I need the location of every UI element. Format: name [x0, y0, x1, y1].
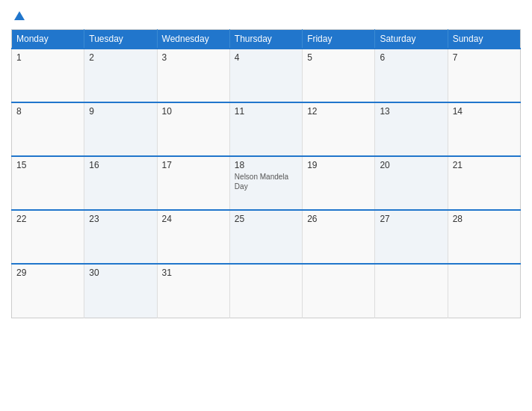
weekday-header-thursday: Thursday [229, 30, 302, 49]
day-number: 16 [89, 160, 152, 170]
calendar-cell: 8 [12, 102, 84, 156]
calendar-cell: 4 [229, 49, 302, 102]
calendar-cell: 7 [448, 49, 520, 102]
day-number: 25 [235, 214, 297, 224]
calendar-cell [303, 264, 375, 318]
holiday-label: Nelson Mandela Day [235, 172, 297, 191]
calendar-week-2: 891011121314 [12, 102, 521, 156]
calendar-cell: 9 [84, 102, 157, 156]
day-number: 19 [307, 160, 370, 170]
day-number: 4 [235, 52, 297, 63]
weekday-header-row: MondayTuesdayWednesdayThursdayFridaySatu… [12, 30, 521, 49]
calendar-cell: 3 [157, 49, 229, 102]
calendar-cell: 22 [12, 210, 84, 264]
day-number: 6 [380, 52, 442, 63]
calendar-cell: 20 [375, 156, 448, 210]
calendar-header [11, 11, 521, 22]
weekday-header-wednesday: Wednesday [157, 30, 229, 49]
day-number: 12 [307, 106, 370, 117]
calendar-cell: 21 [448, 156, 520, 210]
day-number: 17 [162, 160, 225, 170]
day-number: 15 [16, 160, 79, 170]
calendar-cell: 6 [375, 49, 448, 102]
day-number: 21 [453, 160, 516, 170]
calendar-cell: 31 [157, 264, 229, 318]
day-number: 29 [16, 268, 79, 278]
calendar-cell: 29 [12, 264, 84, 318]
day-number: 10 [162, 106, 225, 117]
calendar-cell: 17 [157, 156, 229, 210]
day-number: 9 [89, 106, 152, 117]
calendar-cell: 5 [303, 49, 375, 102]
day-number: 14 [453, 106, 516, 117]
calendar-cell: 15 [12, 156, 84, 210]
calendar-cell: 28 [448, 210, 520, 264]
calendar-week-5: 293031 [12, 264, 521, 318]
calendar-cell [229, 264, 302, 318]
day-number: 20 [380, 160, 442, 170]
calendar-cell: 2 [84, 49, 157, 102]
day-number: 31 [162, 268, 225, 278]
calendar-week-4: 22232425262728 [12, 210, 521, 264]
weekday-header-saturday: Saturday [375, 30, 448, 49]
day-number: 22 [16, 214, 79, 224]
day-number: 13 [380, 106, 442, 117]
day-number: 11 [235, 106, 297, 117]
calendar-cell: 13 [375, 102, 448, 156]
calendar-cell: 25 [229, 210, 302, 264]
day-number: 18 [235, 160, 297, 170]
day-number: 30 [89, 268, 152, 278]
calendar-cell: 1 [12, 49, 84, 102]
calendar-cell: 18Nelson Mandela Day [229, 156, 302, 210]
day-number: 2 [89, 52, 152, 63]
calendar-cell: 27 [375, 210, 448, 264]
calendar-cell: 10 [157, 102, 229, 156]
calendar-cell: 16 [84, 156, 157, 210]
calendar-cell: 11 [229, 102, 302, 156]
day-number: 5 [307, 52, 370, 63]
calendar-table: MondayTuesdayWednesdayThursdayFridaySatu… [11, 29, 521, 318]
day-number: 28 [453, 214, 516, 224]
day-number: 23 [89, 214, 152, 224]
calendar-cell: 23 [84, 210, 157, 264]
weekday-header-friday: Friday [303, 30, 375, 49]
calendar-cell [448, 264, 520, 318]
calendar-cell: 14 [448, 102, 520, 156]
calendar-cell: 26 [303, 210, 375, 264]
calendar-page: MondayTuesdayWednesdayThursdayFridaySatu… [0, 0, 532, 411]
weekday-header-sunday: Sunday [448, 30, 520, 49]
calendar-cell: 24 [157, 210, 229, 264]
day-number: 3 [162, 52, 225, 63]
day-number: 1 [16, 52, 79, 63]
logo-triangle-icon [14, 11, 25, 20]
weekday-header-monday: Monday [12, 30, 84, 49]
day-number: 7 [453, 52, 516, 63]
day-number: 27 [380, 214, 442, 224]
logo [11, 11, 25, 22]
day-number: 24 [162, 214, 225, 224]
calendar-cell: 12 [303, 102, 375, 156]
calendar-cell [375, 264, 448, 318]
day-number: 26 [307, 214, 370, 224]
day-number: 8 [16, 106, 79, 117]
calendar-cell: 30 [84, 264, 157, 318]
weekday-header-tuesday: Tuesday [84, 30, 157, 49]
calendar-week-3: 15161718Nelson Mandela Day192021 [12, 156, 521, 210]
calendar-week-1: 1234567 [12, 49, 521, 102]
calendar-cell: 19 [303, 156, 375, 210]
